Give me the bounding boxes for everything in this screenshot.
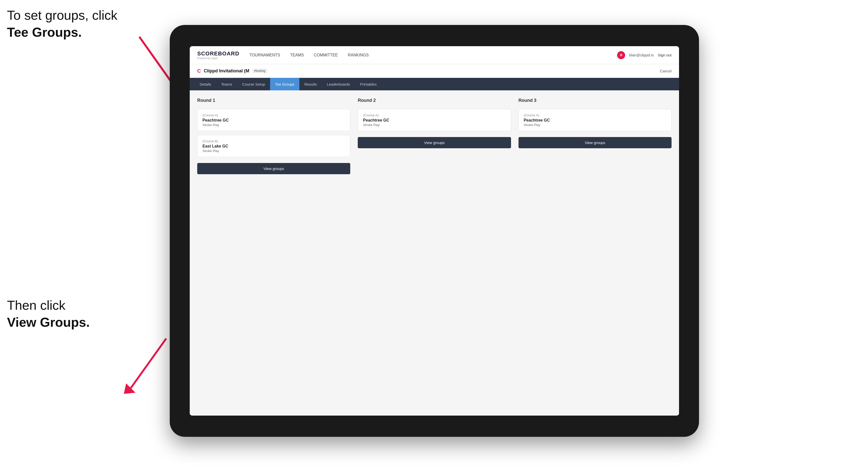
- instruction-top: To set groups, click Tee Groups.: [7, 7, 117, 41]
- instruction-bottom: Then click View Groups.: [7, 297, 90, 331]
- round-1-course-b-format: Stroke Play: [203, 149, 345, 153]
- round-1-column: Round 1 (Course A) Peachtree GC Stroke P…: [197, 98, 350, 408]
- tab-details[interactable]: Details: [195, 78, 216, 90]
- round-2-course-a-card: (Course A) Peachtree GC Stroke Play: [358, 109, 511, 131]
- round-1-course-a-card: (Course A) Peachtree GC Stroke Play: [197, 109, 350, 131]
- tab-nav: Details Teams Course Setup Tee Groups Re…: [190, 78, 679, 90]
- round-1-course-b-card: (Course B) East Lake GC Stroke Play: [197, 135, 350, 157]
- tournament-name: Clippd Invitational (M: [204, 68, 249, 74]
- nav-rankings[interactable]: RANKINGS: [348, 52, 369, 58]
- round-2-course-a-label: (Course A): [363, 113, 505, 117]
- round-3-title: Round 3: [519, 98, 672, 103]
- logo-text: SCOREBOARD: [197, 51, 239, 57]
- round-2-title: Round 2: [358, 98, 511, 103]
- round-2-course-a-name: Peachtree GC: [363, 118, 505, 123]
- round-2-course-a-format: Stroke Play: [363, 123, 505, 127]
- tab-tee-groups[interactable]: Tee Groups: [270, 78, 300, 90]
- user-avatar: B: [617, 51, 625, 59]
- top-nav: SCOREBOARD Powered by clippit TOURNAMENT…: [190, 46, 679, 64]
- tournament-logo-c: C: [197, 68, 201, 74]
- sign-out-link[interactable]: Sign out: [658, 53, 672, 57]
- tablet-screen: SCOREBOARD Powered by clippit TOURNAMENT…: [190, 46, 679, 415]
- round-3-view-groups-button[interactable]: View groups: [519, 137, 672, 148]
- tab-results[interactable]: Results: [299, 78, 322, 90]
- tablet-device: SCOREBOARD Powered by clippit TOURNAMENT…: [170, 25, 699, 437]
- round-3-course-a-name: Peachtree GC: [524, 118, 666, 123]
- round-1-view-groups-button[interactable]: View groups: [197, 163, 350, 174]
- main-content: Round 1 (Course A) Peachtree GC Stroke P…: [190, 90, 679, 415]
- round-3-course-a-card: (Course A) Peachtree GC Stroke Play: [519, 109, 672, 131]
- round-3-column: Round 3 (Course A) Peachtree GC Stroke P…: [519, 98, 672, 408]
- round-1-course-b-label: (Course B): [203, 139, 345, 143]
- logo-area: SCOREBOARD Powered by clippit: [197, 51, 239, 60]
- round-1-course-a-label: (Course A): [203, 113, 345, 117]
- nav-teams[interactable]: TEAMS: [290, 52, 304, 58]
- round-2-view-groups-button[interactable]: View groups: [358, 137, 511, 148]
- round-1-course-b-name: East Lake GC: [203, 144, 345, 149]
- nav-links: TOURNAMENTS TEAMS COMMITTEE RANKINGS: [249, 52, 617, 58]
- tournament-status: Hosting: [252, 69, 267, 73]
- round-1-course-a-name: Peachtree GC: [203, 118, 345, 123]
- sub-header: C Clippd Invitational (M Hosting Cancel: [190, 64, 679, 78]
- round-2-column: Round 2 (Course A) Peachtree GC Stroke P…: [358, 98, 511, 408]
- nav-right: B blair@clippd.io Sign out: [617, 51, 672, 59]
- nav-tournaments[interactable]: TOURNAMENTS: [249, 52, 280, 58]
- round-1-course-a-format: Stroke Play: [203, 123, 345, 127]
- arrow-to-view-groups: [110, 335, 180, 404]
- tab-course-setup[interactable]: Course Setup: [237, 78, 270, 90]
- user-email: blair@clippd.io: [629, 53, 654, 57]
- tournament-title: C Clippd Invitational (M Hosting: [197, 68, 267, 74]
- round-1-title: Round 1: [197, 98, 350, 103]
- svg-line-2: [131, 339, 166, 388]
- tab-printables[interactable]: Printables: [355, 78, 382, 90]
- nav-committee[interactable]: COMMITTEE: [314, 52, 338, 58]
- round-3-course-a-format: Stroke Play: [524, 123, 666, 127]
- cancel-button[interactable]: Cancel: [660, 69, 672, 73]
- tab-leaderboards[interactable]: Leaderboards: [322, 78, 355, 90]
- round-3-course-a-label: (Course A): [524, 113, 666, 117]
- logo-sub: Powered by clippit: [197, 57, 239, 60]
- tab-teams[interactable]: Teams: [216, 78, 237, 90]
